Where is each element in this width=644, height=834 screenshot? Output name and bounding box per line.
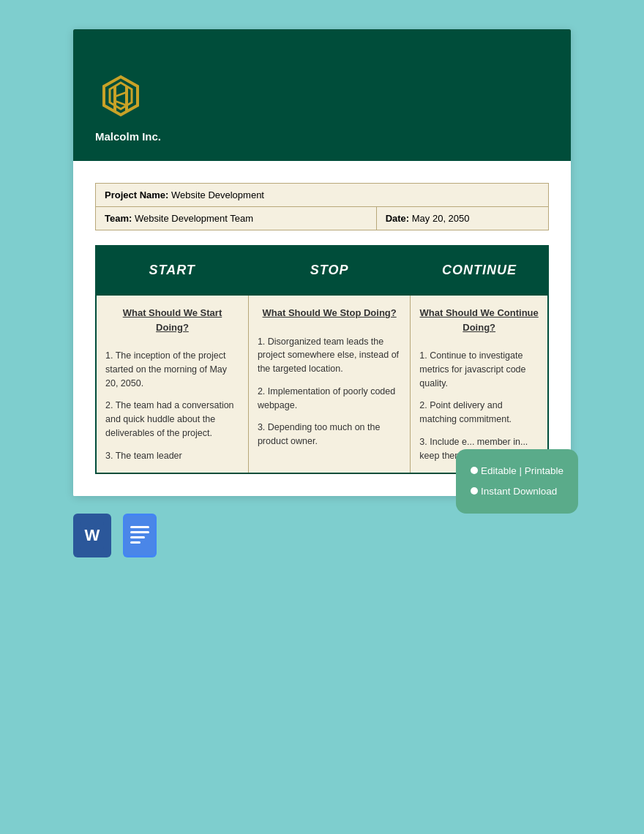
badge-line1: Editable | Printable bbox=[481, 465, 564, 476]
team-label: Team: bbox=[105, 213, 132, 224]
team-value: Website Development Team bbox=[135, 213, 253, 224]
start-col-heading: What Should We Start Doing? bbox=[105, 306, 239, 334]
content-row: What Should We Start Doing? 1. The incep… bbox=[96, 295, 548, 473]
start-col-content: 1. The inception of the project started … bbox=[105, 349, 239, 462]
stop-item-2: 2. Implementation of poorly coded webpag… bbox=[258, 385, 401, 413]
svg-rect-9 bbox=[130, 526, 149, 528]
stop-col-content: 1. Disorganized team leads the project s… bbox=[258, 335, 401, 448]
start-cell: What Should We Start Doing? 1. The incep… bbox=[96, 295, 248, 473]
team-cell: Team: Website Development Team bbox=[96, 207, 377, 230]
badge-line2: Instant Download bbox=[481, 486, 557, 497]
svg-rect-10 bbox=[130, 531, 149, 533]
word-svg: W bbox=[80, 522, 104, 549]
svg-text:W: W bbox=[85, 526, 100, 544]
continue-col-content: 1. Continue to investigate metrics for j… bbox=[419, 349, 539, 462]
stop-item-1: 1. Disorganized team leads the project s… bbox=[258, 335, 401, 376]
badge-dot-1 bbox=[471, 467, 478, 474]
badge-dot-2 bbox=[471, 487, 478, 495]
team-date-row: Team: Website Development Team Date: May… bbox=[96, 207, 549, 230]
badge-download: Instant Download bbox=[471, 481, 564, 502]
project-name-label: Project Name: bbox=[105, 189, 168, 200]
start-item-1: 1. The inception of the project started … bbox=[105, 349, 239, 390]
continue-col-heading: What Should We Continue Doing? bbox=[419, 306, 539, 334]
svg-marker-1 bbox=[110, 83, 132, 109]
company-logo-icon bbox=[95, 73, 146, 124]
logo-container: Malcolm Inc. bbox=[95, 73, 549, 143]
continue-item-2: 2. Point delivery and matching commitmen… bbox=[419, 399, 539, 427]
badge-editable: Editable | Printable bbox=[471, 461, 564, 481]
header-row: START STOP CONTINUE bbox=[96, 246, 548, 295]
document-body: Project Name: Website Development Team: … bbox=[73, 161, 571, 496]
continue-item-1: 1. Continue to investigate metrics for j… bbox=[419, 349, 539, 390]
stop-header: STOP bbox=[248, 246, 410, 295]
stop-col-heading: What Should We Stop Doing? bbox=[258, 306, 401, 320]
document-header: Malcolm Inc. bbox=[73, 29, 571, 161]
start-item-3: 3. The team leader bbox=[105, 449, 239, 463]
gdocs-icon[interactable] bbox=[123, 514, 157, 557]
svg-rect-8 bbox=[124, 516, 155, 555]
svg-line-5 bbox=[115, 101, 127, 105]
bottom-icons-row: W bbox=[73, 514, 571, 557]
date-value: May 20, 2050 bbox=[412, 213, 470, 224]
project-info-table: Project Name: Website Development Team: … bbox=[95, 183, 549, 230]
word-icon[interactable]: W bbox=[73, 514, 111, 557]
date-label: Date: bbox=[386, 213, 410, 224]
project-name-cell: Project Name: Website Development bbox=[96, 184, 549, 207]
company-name: Malcolm Inc. bbox=[95, 130, 161, 143]
date-cell: Date: May 20, 2050 bbox=[376, 207, 548, 230]
stop-item-3: 3. Depending too much on the product own… bbox=[258, 421, 401, 448]
start-item-2: 2. The team had a conversation and quick… bbox=[105, 399, 239, 440]
gdocs-svg bbox=[124, 516, 155, 555]
continue-header: CONTINUE bbox=[411, 246, 548, 295]
stop-cell: What Should We Stop Doing? 1. Disorganiz… bbox=[248, 295, 410, 473]
ssc-table: START STOP CONTINUE What Should We Start… bbox=[95, 245, 549, 474]
project-name-row: Project Name: Website Development bbox=[96, 184, 549, 207]
project-name-value: Website Development bbox=[171, 189, 264, 200]
svg-rect-11 bbox=[130, 536, 145, 538]
continue-cell: What Should We Continue Doing? 1. Contin… bbox=[411, 295, 548, 473]
svg-line-4 bbox=[115, 92, 127, 97]
download-badge: Editable | Printable Instant Download bbox=[456, 449, 578, 514]
svg-rect-12 bbox=[130, 541, 141, 544]
start-header: START bbox=[96, 246, 248, 295]
